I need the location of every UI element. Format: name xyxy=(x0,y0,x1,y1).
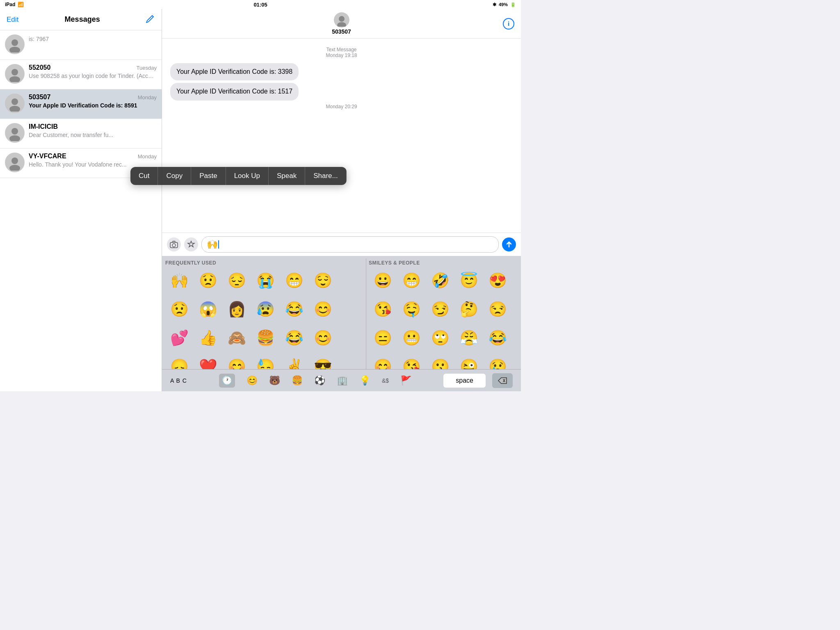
emoji-cell[interactable]: 🤔 xyxy=(455,295,483,323)
emoji-cell[interactable]: 😎 xyxy=(309,353,337,369)
emoji-cell[interactable]: 🤣 xyxy=(426,267,454,294)
list-item[interactable]: is: 7967 xyxy=(0,30,162,60)
emoji-cell[interactable]: 😊 xyxy=(309,295,337,323)
list-item[interactable]: 503507 Monday Your Apple ID Verification… xyxy=(0,89,162,119)
edit-button[interactable]: Edit xyxy=(7,16,18,24)
emoji-cell[interactable]: 😁 xyxy=(397,267,425,294)
info-button[interactable]: i xyxy=(503,18,514,30)
emoji-cell[interactable]: 🙌 xyxy=(165,267,193,294)
appstore-button[interactable] xyxy=(184,237,198,251)
avatar xyxy=(5,123,25,143)
emoji-cell[interactable]: 😗 xyxy=(426,353,454,369)
emoji-cell[interactable]: 😍 xyxy=(484,267,511,294)
emoji-cell[interactable]: 🤤 xyxy=(397,295,425,323)
emoji-cell[interactable]: 😱 xyxy=(194,295,222,323)
emoji-cell[interactable]: 😤 xyxy=(455,324,483,352)
svg-point-0 xyxy=(11,39,18,46)
emoji-cell[interactable]: 😂 xyxy=(484,324,511,352)
sidebar: Edit Messages is: 7967 xyxy=(0,9,162,391)
avatar xyxy=(5,94,25,113)
emoji-cell[interactable]: ❤️ xyxy=(194,353,222,369)
context-copy[interactable]: Copy xyxy=(158,167,191,185)
emoji-cell[interactable]: 🍔 xyxy=(251,324,279,352)
message-bubble: Your Apple ID Verification Code is: 3398 xyxy=(170,63,299,80)
travel-icon[interactable]: 🏢 xyxy=(337,375,348,386)
message-date: Monday xyxy=(138,153,157,160)
context-lookup[interactable]: Look Up xyxy=(226,167,269,185)
sender-name: IM-ICICIB xyxy=(29,123,58,130)
recent-icon[interactable]: 🕐 xyxy=(219,374,235,388)
message-content: 503507 Monday Your Apple ID Verification… xyxy=(29,94,157,109)
context-cut[interactable]: Cut xyxy=(130,167,158,185)
svg-point-8 xyxy=(11,158,18,164)
flags-icon[interactable]: 🚩 xyxy=(400,375,411,386)
sender-name: 503507 xyxy=(29,94,50,101)
contact-avatar xyxy=(334,12,349,27)
animals-icon[interactable]: 🐻 xyxy=(269,375,280,386)
send-button[interactable] xyxy=(502,237,516,251)
emoji-cell[interactable]: 😌 xyxy=(309,267,337,294)
smiley-category-icon[interactable]: 😊 xyxy=(247,375,258,386)
space-key[interactable]: space xyxy=(443,374,486,388)
message-input[interactable]: 🙌 xyxy=(201,236,499,253)
objects-icon[interactable]: 💡 xyxy=(359,375,370,386)
emoji-cell[interactable]: 👍 xyxy=(194,324,222,352)
emoji-cell[interactable]: 😊 xyxy=(223,353,251,369)
emoji-cell[interactable]: 😰 xyxy=(251,295,279,323)
text-cursor xyxy=(218,240,219,249)
context-speak[interactable]: Speak xyxy=(269,167,305,185)
emoji-cell[interactable]: 😞 xyxy=(165,353,193,369)
emoji-cell[interactable]: 😭 xyxy=(251,267,279,294)
emoji-cell[interactable]: 😏 xyxy=(426,295,454,323)
emoji-cell[interactable]: 😊 xyxy=(369,353,397,369)
emoji-cell[interactable]: 😬 xyxy=(397,324,425,352)
emoji-cell[interactable]: 😢 xyxy=(484,353,511,369)
svg-point-10 xyxy=(339,16,345,22)
compose-button[interactable] xyxy=(146,14,155,25)
emoji-cell[interactable]: 🙄 xyxy=(426,324,454,352)
svg-point-13 xyxy=(172,244,176,247)
emoji-cell[interactable]: 😓 xyxy=(251,353,279,369)
symbols-icon[interactable]: &$ xyxy=(382,377,389,384)
context-paste[interactable]: Paste xyxy=(191,167,226,185)
list-item[interactable]: IM-ICICIB Dear Customer, now transfer fu… xyxy=(0,119,162,148)
emoji-cell[interactable]: 😑 xyxy=(369,324,397,352)
emoji-cell[interactable]: 😂 xyxy=(280,324,308,352)
message-content: VY-VFCARE Monday Hello. Thank you! Your … xyxy=(29,153,157,168)
food-icon[interactable]: 🍔 xyxy=(292,375,303,386)
smileys-people-label: SMILEYS & PEOPLE xyxy=(369,258,518,267)
emoji-cell[interactable]: 😔 xyxy=(223,267,251,294)
camera-button[interactable] xyxy=(167,237,181,251)
emoji-cell[interactable]: 💕 xyxy=(165,324,193,352)
emoji-cell[interactable]: 😟 xyxy=(194,267,222,294)
svg-point-6 xyxy=(11,128,18,135)
abc-button[interactable]: A B C xyxy=(170,377,187,384)
context-share[interactable]: Share... xyxy=(305,167,347,185)
message-bubble: Your Apple ID Verification Code is: 1517 xyxy=(170,83,299,100)
emoji-cell[interactable]: 😀 xyxy=(369,267,397,294)
input-emoji: 🙌 xyxy=(207,239,218,250)
delete-key[interactable] xyxy=(492,373,513,388)
battery-icon: 🔋 xyxy=(510,2,516,7)
emoji-cell[interactable]: 😊 xyxy=(309,324,337,352)
emoji-cell[interactable]: 😜 xyxy=(455,353,483,369)
emoji-cell[interactable]: 🙈 xyxy=(223,324,251,352)
emoji-cell[interactable]: 😇 xyxy=(455,267,483,294)
emoji-cell[interactable]: 😒 xyxy=(484,295,511,323)
emoji-cell[interactable]: 😘 xyxy=(397,353,425,369)
emoji-cell[interactable]: 😘 xyxy=(369,295,397,323)
message-preview: Your Apple ID Verification Code is: 8591 xyxy=(29,102,157,109)
emoji-cell[interactable]: 😁 xyxy=(280,267,308,294)
svg-point-11 xyxy=(337,22,346,27)
emoji-cell[interactable]: ✌️ xyxy=(280,353,308,369)
list-item[interactable]: 552050 Tuesday Use 908258 as your login … xyxy=(0,60,162,89)
emoji-cell[interactable]: 👩 xyxy=(223,295,251,323)
keyboard-bottom-bar: A B C 🕐 😊 🐻 🍔 ⚽ 🏢 💡 &$ 🚩 space xyxy=(162,369,521,391)
activities-icon[interactable]: ⚽ xyxy=(314,375,325,386)
messages-area: Text Message Monday 19:18 Your Apple ID … xyxy=(162,39,521,233)
context-menu: Cut Copy Paste Look Up Speak Share... xyxy=(130,167,347,185)
conversation-header: 503507 i xyxy=(162,9,521,39)
emoji-cell[interactable]: 😂 xyxy=(280,295,308,323)
svg-point-9 xyxy=(9,165,20,171)
emoji-cell[interactable]: 😟 xyxy=(165,295,193,323)
